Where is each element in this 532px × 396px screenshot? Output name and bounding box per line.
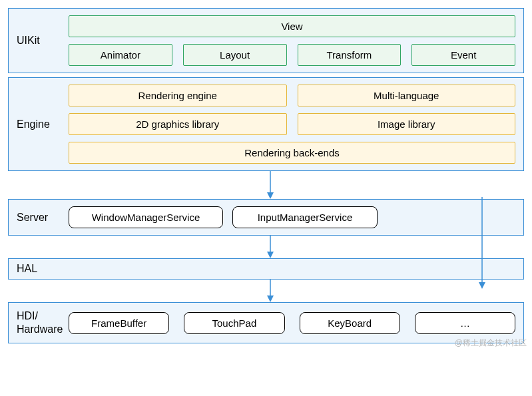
arrow-engine-to-hal-right bbox=[478, 197, 486, 289]
arrow-server-to-hal bbox=[266, 236, 274, 258]
box-rendering-engine: Rendering engine bbox=[69, 85, 287, 106]
box-transform: Transform bbox=[298, 44, 401, 66]
engine-content: Rendering engine Multi-language 2D graph… bbox=[69, 85, 515, 164]
box-touchpad: TouchPad bbox=[184, 312, 284, 334]
layer-label-hdi: HDI/ Hardware bbox=[17, 309, 69, 336]
uikit-content: View Animator Layout Transform Event bbox=[69, 15, 515, 66]
box-framebuffer: FrameBuffer bbox=[69, 312, 169, 334]
box-more: … bbox=[415, 312, 515, 334]
box-ims: InputManagerService bbox=[232, 206, 378, 228]
box-rendering-backends: Rendering back-ends bbox=[69, 142, 515, 164]
svg-marker-3 bbox=[267, 252, 274, 258]
layer-label-uikit: UIKit bbox=[17, 35, 69, 47]
box-view: View bbox=[69, 15, 515, 37]
layer-label-engine: Engine bbox=[17, 118, 69, 130]
box-2d-graphics: 2D graphics library bbox=[69, 113, 287, 135]
layer-server: Server WindowManagerService InputManager… bbox=[8, 199, 524, 236]
svg-marker-1 bbox=[267, 192, 274, 199]
box-animator: Animator bbox=[69, 44, 172, 66]
layer-hal: HAL bbox=[8, 258, 524, 280]
box-layout: Layout bbox=[183, 44, 287, 66]
box-wms: WindowManagerService bbox=[69, 206, 223, 228]
watermark: @稀土掘金技术社区 bbox=[455, 337, 527, 349]
box-multi-language: Multi-language bbox=[298, 85, 516, 106]
svg-marker-5 bbox=[267, 296, 274, 302]
layer-label-hal: HAL bbox=[17, 263, 37, 275]
server-content: WindowManagerService InputManagerService bbox=[69, 206, 515, 228]
arrow-engine-to-server bbox=[266, 171, 274, 199]
box-keyboard: KeyBoard bbox=[300, 312, 400, 334]
box-image-library: Image library bbox=[298, 113, 516, 135]
box-event: Event bbox=[411, 44, 515, 66]
layer-hdi: HDI/ Hardware FrameBuffer TouchPad KeyBo… bbox=[8, 302, 524, 343]
hdi-content: FrameBuffer TouchPad KeyBoard … bbox=[69, 312, 515, 334]
svg-marker-7 bbox=[479, 282, 485, 289]
layer-label-server: Server bbox=[17, 212, 69, 224]
arrow-hal-to-hdi bbox=[266, 280, 274, 302]
layer-engine: Engine Rendering engine Multi-language 2… bbox=[8, 77, 524, 171]
layer-uikit: UIKit View Animator Layout Transform Eve… bbox=[8, 8, 524, 73]
